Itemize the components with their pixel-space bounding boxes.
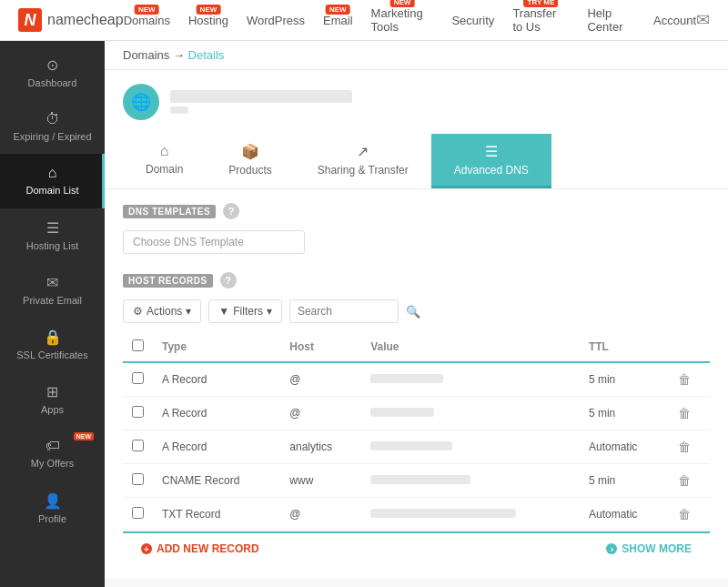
delete-record-icon[interactable]: 🗑 xyxy=(678,372,691,387)
nav-email[interactable]: NEWEmail xyxy=(323,14,353,27)
tab-advanced-dns[interactable]: ☰ Advanced DNS xyxy=(431,134,551,188)
sidebar-item-my-offers[interactable]: NEW 🏷 My Offers xyxy=(0,427,105,481)
filter-icon: ▼ xyxy=(218,305,229,318)
nav-wordpress[interactable]: WordPress xyxy=(247,14,305,27)
nav-domains[interactable]: NEWDomains xyxy=(124,14,170,27)
bottom-row: + ADD NEW RECORD › SHOW MORE xyxy=(123,531,710,564)
domain-info: 🌐 xyxy=(123,84,710,120)
row-checkbox[interactable] xyxy=(132,440,144,451)
logo-text: namecheap xyxy=(47,12,124,28)
row-checkbox[interactable] xyxy=(132,372,144,384)
sidebar-item-dashboard[interactable]: ⊙ Dashboard xyxy=(0,46,105,100)
tab-products-icon: 📦 xyxy=(241,143,259,160)
delete-record-icon[interactable]: 🗑 xyxy=(678,473,691,488)
table-row: A Record @ 5 min 🗑 xyxy=(123,362,710,397)
row-delete-cell: 🗑 xyxy=(669,464,710,498)
select-all-checkbox[interactable] xyxy=(132,339,144,351)
tab-sharing[interactable]: ↗ Sharing & Transfer xyxy=(295,134,431,188)
sidebar-item-ssl[interactable]: 🔒 SSL Certificates xyxy=(0,318,105,372)
logo-icon: N xyxy=(18,8,42,32)
search-input[interactable] xyxy=(289,299,399,323)
tab-advanced-dns-label: Advanced DNS xyxy=(454,164,529,177)
breadcrumb: Domains → Details xyxy=(105,41,728,70)
col-host: Host xyxy=(280,332,361,362)
sidebar-item-profile[interactable]: 👤 Profile xyxy=(0,481,105,536)
dns-templates-header: DNS TEMPLATES ? xyxy=(123,203,710,219)
row-checkbox[interactable] xyxy=(132,507,144,519)
tab-sharing-icon: ↗ xyxy=(357,143,369,160)
tab-products[interactable]: 📦 Products xyxy=(206,134,294,188)
show-more-button[interactable]: › SHOW MORE xyxy=(606,542,692,555)
actions-chevron-icon: ▾ xyxy=(186,305,191,318)
top-bar: N namecheap NEWDomains NEWHosting WordPr… xyxy=(0,0,728,41)
tab-domain[interactable]: ⌂ Domain xyxy=(123,134,206,188)
sidebar-label-apps: Apps xyxy=(41,404,64,416)
col-checkbox xyxy=(123,332,153,362)
actions-button[interactable]: ⚙ Actions ▾ xyxy=(123,299,201,323)
add-new-record-button[interactable]: + ADD NEW RECORD xyxy=(141,542,259,555)
domain-header: 🌐 ⌂ Domain 📦 Products ↗ Sharing & Trans xyxy=(105,70,728,189)
tabs: ⌂ Domain 📦 Products ↗ Sharing & Transfer… xyxy=(123,134,710,188)
tab-domain-icon: ⌂ xyxy=(160,143,169,159)
host-records-help-icon[interactable]: ? xyxy=(220,272,237,288)
nav-transfer[interactable]: TRY METransfer to Us xyxy=(512,6,569,34)
col-value: Value xyxy=(361,332,580,362)
tab-domain-label: Domain xyxy=(146,163,183,176)
my-offers-icon: 🏷 xyxy=(46,438,60,454)
show-more-icon: › xyxy=(606,543,617,554)
my-offers-badge: NEW xyxy=(74,432,94,440)
row-delete-cell: 🗑 xyxy=(669,362,710,397)
row-checkbox-cell xyxy=(123,464,153,498)
row-delete-cell: 🗑 xyxy=(669,397,710,430)
dns-template-row: Choose DNS Template xyxy=(123,230,710,254)
records-toolbar: ⚙ Actions ▾ ▼ Filters ▾ 🔍 xyxy=(123,299,710,323)
sidebar-item-domain-list[interactable]: ⌂ Domain List xyxy=(0,154,105,207)
dns-templates-help-icon[interactable]: ? xyxy=(223,203,239,219)
email-badge: NEW xyxy=(326,5,350,15)
row-host: @ xyxy=(280,498,361,531)
nav-help[interactable]: Help Center xyxy=(587,6,635,34)
dashboard-icon: ⊙ xyxy=(46,56,58,74)
mail-icon[interactable]: ✉ xyxy=(696,10,710,30)
table-row: A Record analytics Automatic 🗑 xyxy=(123,430,710,464)
nav-account[interactable]: Account xyxy=(653,14,696,27)
row-value xyxy=(361,362,580,397)
table-row: TXT Record @ Automatic 🗑 xyxy=(123,498,710,531)
dns-template-select[interactable]: Choose DNS Template xyxy=(123,230,305,254)
row-ttl: 5 min xyxy=(580,464,669,498)
sidebar-item-apps[interactable]: ⊞ Apps xyxy=(0,372,105,427)
tab-sharing-label: Sharing & Transfer xyxy=(318,164,409,177)
row-checkbox[interactable] xyxy=(132,406,144,418)
delete-record-icon[interactable]: 🗑 xyxy=(678,507,691,521)
hosting-list-icon: ☰ xyxy=(46,219,59,237)
row-value xyxy=(361,430,580,464)
sidebar-label-private-email: Private Email xyxy=(23,295,82,307)
row-delete-cell: 🗑 xyxy=(669,498,710,531)
sidebar-label-domain-list: Domain List xyxy=(25,185,78,197)
hosting-badge: NEW xyxy=(197,5,221,15)
row-checkbox-cell xyxy=(123,430,153,464)
domains-badge: NEW xyxy=(135,5,159,15)
transfer-badge: TRY ME xyxy=(524,0,559,7)
nav-hosting[interactable]: NEWHosting xyxy=(188,14,228,27)
col-type: Type xyxy=(153,332,280,362)
nav-security[interactable]: Security xyxy=(451,14,494,27)
breadcrumb-root[interactable]: Domains xyxy=(123,48,169,62)
breadcrumb-current: Details xyxy=(188,48,225,62)
delete-record-icon[interactable]: 🗑 xyxy=(678,406,691,420)
row-type: A Record xyxy=(153,430,280,464)
sidebar-item-expiring[interactable]: ⏱ Expiring / Expired xyxy=(0,100,105,154)
sidebar-label-ssl: SSL Certificates xyxy=(16,349,87,361)
main-layout: ⊙ Dashboard ⏱ Expiring / Expired ⌂ Domai… xyxy=(0,41,728,587)
domain-avatar: 🌐 xyxy=(123,84,159,120)
nav-marketing[interactable]: NEWMarketing Tools xyxy=(371,6,434,34)
breadcrumb-arrow: → xyxy=(173,48,185,62)
row-ttl: Automatic xyxy=(580,430,669,464)
filters-button[interactable]: ▼ Filters ▾ xyxy=(208,299,282,323)
delete-record-icon[interactable]: 🗑 xyxy=(678,440,691,454)
col-ttl: TTL xyxy=(580,332,669,362)
row-checkbox[interactable] xyxy=(132,473,144,485)
sidebar-item-private-email[interactable]: ✉ Private Email xyxy=(0,263,105,318)
row-type: TXT Record xyxy=(153,498,280,531)
sidebar-item-hosting-list[interactable]: ☰ Hosting List xyxy=(0,208,105,263)
